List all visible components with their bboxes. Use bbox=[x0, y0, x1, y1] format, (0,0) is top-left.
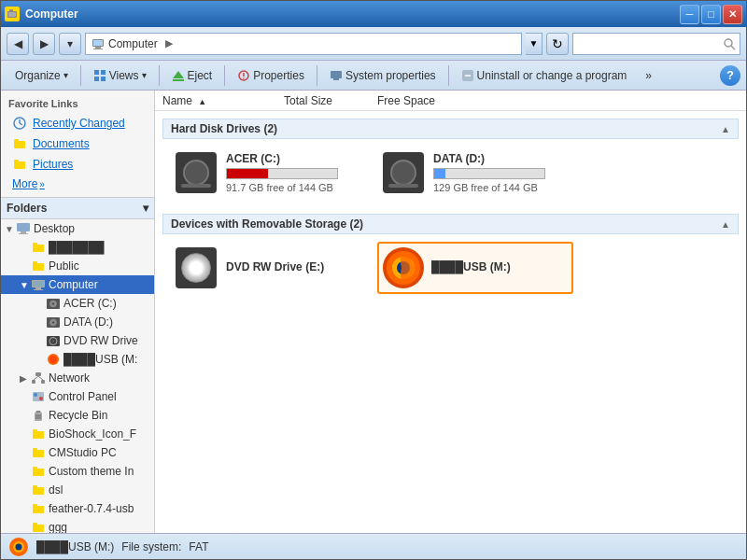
status-bar-icon bbox=[8, 537, 29, 557]
favorite-item-recently-changed[interactable]: Recently Changed bbox=[8, 113, 154, 133]
svg-rect-32 bbox=[33, 245, 44, 252]
acer-free-text: 91.7 GB free of 144 GB bbox=[226, 182, 362, 193]
usb-tree-icon bbox=[46, 352, 61, 367]
favorite-label-documents: Documents bbox=[33, 137, 90, 150]
svg-rect-70 bbox=[33, 487, 44, 495]
svg-rect-19 bbox=[333, 78, 339, 80]
content-area: Favorite Links Recently Changed bbox=[1, 91, 746, 533]
tree-label-acer: ACER (C:) bbox=[63, 297, 117, 310]
hard-disk-group-header[interactable]: Hard Disk Drives (2) ▲ bbox=[162, 119, 739, 139]
left-panel: Favorite Links Recently Changed bbox=[1, 91, 155, 533]
refresh-button[interactable]: ↻ bbox=[546, 33, 569, 55]
svg-rect-30 bbox=[21, 231, 26, 233]
tree-label-feather: feather-0.7.4-usb bbox=[49, 502, 134, 515]
properties-button[interactable]: Properties bbox=[229, 63, 313, 88]
hard-disk-group-label: Hard Disk Drives (2) bbox=[171, 122, 277, 135]
tree-item-user[interactable]: ▶ ███████ bbox=[1, 238, 154, 257]
address-input-container[interactable]: Computer ▶ bbox=[85, 33, 522, 55]
system-properties-button[interactable]: System properties bbox=[321, 63, 444, 88]
drive-data[interactable]: DATA (D:) 129 GB free of 144 GB bbox=[377, 147, 573, 199]
search-input[interactable] bbox=[577, 37, 723, 50]
favorite-item-pictures[interactable]: Pictures bbox=[8, 154, 154, 175]
svg-rect-14 bbox=[173, 79, 184, 81]
svg-rect-1 bbox=[9, 9, 13, 12]
dvd-icon-shape bbox=[176, 247, 217, 288]
tree-item-feather[interactable]: ▶ feather-0.7.4-usb bbox=[1, 499, 154, 518]
recycle-bin-icon bbox=[31, 408, 46, 423]
svg-rect-66 bbox=[33, 450, 44, 457]
hdd-data-icon bbox=[383, 152, 424, 193]
address-path: Computer bbox=[108, 37, 158, 50]
forward-button[interactable]: ▶ bbox=[33, 33, 55, 55]
favorite-item-documents[interactable]: Documents bbox=[8, 133, 154, 154]
tree-item-dsl[interactable]: ▶ dsl bbox=[1, 481, 154, 499]
tree-item-dvd[interactable]: ▶ DVD RW Drive bbox=[1, 331, 154, 350]
removable-collapse[interactable]: ▲ bbox=[721, 219, 730, 230]
svg-rect-65 bbox=[33, 429, 37, 432]
tree-item-cmstudio[interactable]: ▶ CMStudio PC bbox=[1, 443, 154, 462]
back-button[interactable]: ◀ bbox=[7, 33, 29, 55]
eject-button[interactable]: Eject bbox=[163, 63, 221, 88]
public-folder-icon bbox=[31, 259, 46, 273]
expand-desktop: ▼ bbox=[5, 224, 16, 234]
folders-tree[interactable]: ▼ Desktop ▶ bbox=[1, 219, 154, 533]
tree-item-usb[interactable]: ▶ ████USB (M: bbox=[1, 350, 154, 369]
svg-rect-6 bbox=[93, 49, 103, 49]
data-bar-fill bbox=[434, 169, 445, 178]
acer-drive-icon bbox=[46, 296, 61, 311]
svg-rect-35 bbox=[33, 261, 37, 264]
drive-usb[interactable]: ████USB (M:) bbox=[377, 242, 573, 294]
dropdown-button[interactable]: ▾ bbox=[59, 33, 81, 55]
tree-item-recycle-bin[interactable]: ▶ Recycle Bin bbox=[1, 406, 154, 425]
organize-button[interactable]: Organize ▾ bbox=[7, 63, 77, 88]
uninstall-button[interactable]: Uninstall or change a program bbox=[453, 63, 636, 88]
tree-item-bioshock[interactable]: ▶ BioShock_Icon_F bbox=[1, 425, 154, 443]
col-header-name[interactable]: Name ▲ bbox=[162, 94, 284, 107]
firefox-svg bbox=[385, 249, 422, 287]
tree-label-cmstudio: CMStudio PC bbox=[49, 446, 117, 459]
col-header-free[interactable]: Free Space bbox=[377, 94, 489, 107]
svg-rect-38 bbox=[35, 287, 41, 289]
col-header-size[interactable]: Total Size bbox=[284, 94, 377, 107]
address-dropdown[interactable]: ▼ bbox=[526, 33, 543, 55]
more-toolbar-button[interactable]: » bbox=[637, 63, 660, 88]
minimize-button[interactable]: ─ bbox=[680, 5, 699, 24]
hard-disk-collapse[interactable]: ▲ bbox=[721, 124, 730, 134]
hdd-acer-icon bbox=[176, 152, 217, 193]
more-favorites-link[interactable]: More » bbox=[8, 175, 154, 193]
data-drive-icon-large bbox=[381, 150, 426, 195]
views-button[interactable]: Views ▾ bbox=[85, 63, 155, 88]
tree-item-computer[interactable]: ▼ Computer bbox=[1, 275, 154, 294]
tree-item-ggg[interactable]: ▶ ggg bbox=[1, 518, 154, 533]
tree-item-custom-theme[interactable]: ▶ Custom theme In bbox=[1, 462, 154, 481]
tree-item-acer[interactable]: ▶ ACER (C:) bbox=[1, 294, 154, 313]
svg-point-58 bbox=[39, 397, 43, 400]
drive-dvd[interactable]: DVD RW Drive (E:) bbox=[170, 242, 366, 294]
svg-rect-27 bbox=[14, 161, 25, 169]
tree-item-data[interactable]: ▶ DATA (D:) bbox=[1, 313, 154, 331]
title-bar: Computer ─ □ ✕ bbox=[1, 1, 746, 27]
window-title: Computer bbox=[25, 7, 78, 21]
removable-group-header[interactable]: Devices with Removable Storage (2) ▲ bbox=[162, 214, 739, 234]
svg-rect-51 bbox=[35, 372, 41, 376]
status-firefox-icon bbox=[8, 537, 29, 557]
svg-line-55 bbox=[38, 376, 43, 380]
tree-item-control-panel[interactable]: ▶ Control Panel bbox=[1, 387, 154, 406]
tree-label-usb: ████USB (M: bbox=[63, 353, 137, 366]
favorites-section: Favorite Links Recently Changed bbox=[1, 91, 154, 197]
dvd-tree-icon bbox=[46, 333, 61, 348]
maximize-button[interactable]: □ bbox=[701, 5, 721, 24]
svg-rect-71 bbox=[33, 485, 37, 488]
folders-header[interactable]: Folders ▾ bbox=[1, 197, 154, 219]
tree-item-network[interactable]: ▶ Network bbox=[1, 369, 154, 387]
help-button[interactable]: ? bbox=[720, 65, 740, 86]
system-properties-icon bbox=[330, 69, 343, 82]
tree-item-desktop[interactable]: ▼ Desktop bbox=[1, 219, 154, 238]
user-folder-icon bbox=[31, 240, 46, 255]
tree-item-public[interactable]: ▶ Public bbox=[1, 257, 154, 275]
close-button[interactable]: ✕ bbox=[723, 5, 742, 24]
tree-label-recycle-bin: Recycle Bin bbox=[49, 409, 107, 422]
path-arrow: ▶ bbox=[165, 37, 173, 49]
drive-acer[interactable]: ACER (C:) 91.7 GB free of 144 GB bbox=[170, 147, 366, 199]
search-box[interactable] bbox=[572, 33, 740, 55]
